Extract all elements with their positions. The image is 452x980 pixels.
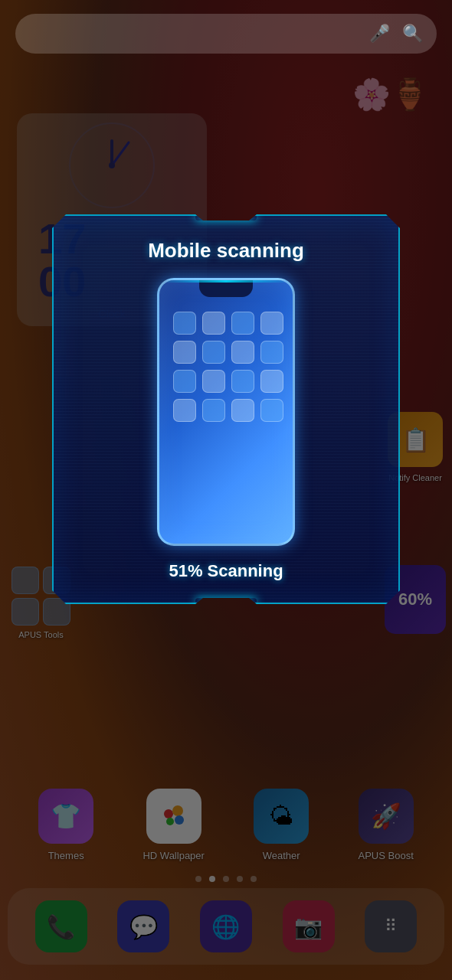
mini-icon-7	[231, 341, 254, 364]
mini-icon-14	[202, 399, 225, 422]
mini-icon-12	[260, 370, 283, 393]
mini-icon-9	[173, 370, 196, 393]
mini-icon-16	[260, 399, 283, 422]
search-bar[interactable]: 🎤 🔍	[15, 14, 437, 54]
search-icon[interactable]: 🔍	[402, 24, 423, 44]
mini-icon-6	[202, 341, 225, 364]
scanning-title: Mobile scanning	[148, 239, 304, 263]
mini-icon-1	[173, 312, 196, 335]
mini-icon-11	[231, 370, 254, 393]
scan-line	[159, 280, 293, 283]
scanning-modal: Mobile scanning	[52, 214, 400, 604]
mini-icon-3	[231, 312, 254, 335]
mini-icon-2	[202, 312, 225, 335]
phone-icons-grid	[169, 307, 283, 426]
mini-icon-10	[202, 370, 225, 393]
mini-icon-8	[260, 341, 283, 364]
mini-icon-13	[173, 399, 196, 422]
phone-notch	[199, 280, 253, 297]
microphone-icon[interactable]: 🎤	[369, 24, 390, 44]
phone-illustration	[157, 278, 295, 546]
scanning-progress-text: 51% Scanning	[169, 561, 283, 581]
mini-icon-4	[260, 312, 283, 335]
mini-icon-5	[173, 341, 196, 364]
mini-icon-15	[231, 399, 254, 422]
